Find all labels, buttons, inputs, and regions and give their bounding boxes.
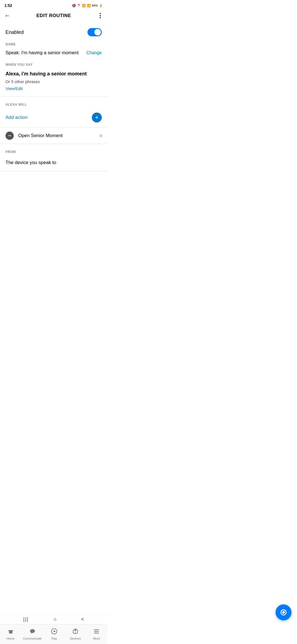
battery-text: 84% <box>92 4 98 7</box>
enabled-row: Enabled <box>6 23 102 41</box>
plus-icon: + <box>95 114 99 121</box>
minus-icon: − <box>8 133 11 138</box>
drag-handle-icon[interactable]: ≡ <box>99 133 102 139</box>
status-time: 1:52 <box>4 3 12 8</box>
mute-icon: 🔇 <box>72 4 76 7</box>
from-section: FROM The device you speak to <box>6 144 102 171</box>
name-section: NAME Speak: I'm having a senior moment C… <box>6 42 102 61</box>
when-you-say-section: WHEN YOU SAY Alexa, i'm having a senior … <box>6 61 102 91</box>
trigger-phrase: Alexa, i'm having a senior moment <box>6 70 102 77</box>
location-icon: 📍 <box>77 4 81 7</box>
change-name-link[interactable]: Change <box>86 50 102 55</box>
signal-icon: 📶 <box>87 4 91 7</box>
action-list: − Open Senior Moment ≡ <box>6 128 102 144</box>
when-you-say-label: WHEN YOU SAY <box>6 63 102 67</box>
add-action-row: Add action + <box>6 110 102 127</box>
main-content: Enabled NAME Speak: I'm having a senior … <box>0 23 107 171</box>
enabled-toggle[interactable] <box>87 28 102 36</box>
routine-name: Speak: I'm having a senior moment <box>6 50 79 56</box>
from-device: The device you speak to <box>6 158 102 171</box>
divider-4 <box>0 171 107 171</box>
back-button[interactable]: ← <box>4 13 10 19</box>
page-title: EDIT ROUTINE <box>37 13 71 18</box>
status-icons: 🔇 📍 📶 📶 84% 🔋 <box>72 4 103 7</box>
remove-action-button[interactable]: − <box>6 132 14 140</box>
table-row: − Open Senior Moment ≡ <box>6 128 102 144</box>
name-section-label: NAME <box>6 42 102 46</box>
enabled-label: Enabled <box>6 29 24 35</box>
status-bar: 1:52 🔇 📍 📶 📶 84% 🔋 <box>0 0 107 10</box>
battery-icon: 🔋 <box>99 4 103 7</box>
alexa-will-label: ALEXA WILL <box>6 103 102 107</box>
add-action-button[interactable]: + <box>92 113 102 122</box>
more-options-button[interactable]: ⋮ <box>97 12 103 19</box>
add-action-text[interactable]: Add action <box>6 115 28 120</box>
other-phrases: Or 5 other phrases <box>6 79 102 84</box>
header: ← EDIT ROUTINE ⋮ <box>0 10 107 23</box>
action-item-label: Open Senior Moment <box>18 133 63 138</box>
action-item-left: − Open Senior Moment <box>6 132 63 140</box>
wifi-icon: 📶 <box>82 4 86 7</box>
alexa-will-section: ALEXA WILL Add action + <box>6 97 102 127</box>
view-edit-link[interactable]: View/Edit <box>6 86 102 91</box>
name-row: Speak: I'm having a senior moment Change <box>6 50 102 61</box>
from-label: FROM <box>6 150 102 154</box>
